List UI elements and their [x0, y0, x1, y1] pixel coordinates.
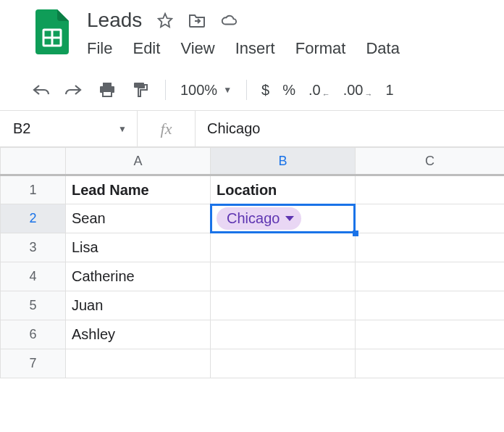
right-arrow-icon: → — [364, 90, 372, 99]
cell-b5[interactable] — [211, 291, 356, 320]
column-header-c[interactable]: C — [356, 148, 505, 175]
cell-a7[interactable] — [66, 349, 211, 378]
cell-c4[interactable] — [356, 262, 505, 291]
svg-rect-4 — [103, 83, 112, 86]
spreadsheet-grid[interactable]: A B C 1 Lead Name Location 2 Sean Chicag… — [0, 147, 504, 378]
menu-insert[interactable]: Insert — [235, 39, 275, 58]
cell-c1[interactable] — [356, 175, 505, 204]
cell-c5[interactable] — [356, 291, 505, 320]
cell-a6[interactable]: Ashley — [66, 320, 211, 349]
toolbar: 100% ▼ $ % .0← .00→ 1 — [0, 70, 504, 110]
redo-button[interactable] — [64, 80, 84, 100]
format-as-currency-button[interactable]: $ — [261, 82, 269, 99]
chip-label: Chicago — [227, 210, 280, 227]
cell-c3[interactable] — [356, 233, 505, 262]
zoom-value: 100% — [180, 82, 217, 99]
paint-format-button[interactable] — [130, 80, 151, 100]
chevron-down-icon — [285, 216, 294, 221]
fill-handle[interactable] — [353, 230, 358, 236]
cell-b7[interactable] — [211, 349, 356, 378]
select-all-corner[interactable] — [1, 148, 66, 175]
format-as-percent-button[interactable]: % — [282, 82, 295, 99]
doc-title[interactable]: Leads — [87, 9, 142, 32]
title-row: Leads — [87, 9, 400, 32]
menubar: File Edit View Insert Format Data — [87, 39, 400, 58]
row-header-5[interactable]: 5 — [1, 291, 66, 320]
name-box[interactable]: B2 ▼ — [0, 111, 138, 146]
active-cell-ref: B2 — [13, 120, 30, 137]
fx-icon: fx — [138, 111, 196, 146]
zoom-dropdown[interactable]: 100% ▼ — [180, 82, 232, 99]
cell-a5[interactable]: Juan — [66, 291, 211, 320]
column-header-b[interactable]: B — [211, 148, 356, 175]
cell-a2[interactable]: Sean — [66, 204, 211, 233]
titlebar: Leads File Edit View Insert Format Data — [0, 0, 504, 58]
row-header-3[interactable]: 3 — [1, 233, 66, 262]
cell-b1[interactable]: Location — [211, 175, 356, 204]
row-header-2[interactable]: 2 — [1, 204, 66, 233]
cell-b4[interactable] — [211, 262, 356, 291]
undo-button[interactable] — [30, 80, 51, 100]
star-icon[interactable] — [156, 12, 174, 29]
menu-data[interactable]: Data — [366, 39, 399, 58]
increase-decimal-button[interactable]: .00→ — [343, 82, 373, 99]
cell-b2[interactable]: Chicago — [211, 204, 356, 233]
cell-a1[interactable]: Lead Name — [66, 175, 211, 204]
decrease-decimal-button[interactable]: .0← — [308, 82, 330, 99]
cell-a4[interactable]: Catherine — [66, 262, 211, 291]
cell-a3[interactable]: Lisa — [66, 233, 211, 262]
row-header-7[interactable]: 7 — [1, 349, 66, 378]
svg-marker-3 — [159, 14, 172, 27]
more-formats-button[interactable]: 1 — [385, 82, 393, 99]
chevron-down-icon: ▼ — [223, 85, 232, 95]
menu-edit[interactable]: Edit — [133, 39, 160, 58]
left-arrow-icon: ← — [322, 90, 330, 99]
toolbar-separator — [165, 80, 166, 100]
sheets-logo[interactable] — [35, 9, 70, 55]
toolbar-separator — [246, 80, 247, 100]
menu-format[interactable]: Format — [295, 39, 346, 58]
cell-b3[interactable] — [211, 233, 356, 262]
row-header-4[interactable]: 4 — [1, 262, 66, 291]
formula-bar: B2 ▼ fx Chicago — [0, 111, 504, 147]
chevron-down-icon: ▼ — [118, 124, 127, 134]
print-button[interactable] — [97, 80, 117, 100]
menu-view[interactable]: View — [180, 39, 214, 58]
move-to-folder-icon[interactable] — [188, 12, 206, 29]
cell-c7[interactable] — [356, 349, 505, 378]
svg-rect-7 — [134, 83, 144, 88]
column-header-a[interactable]: A — [66, 148, 211, 175]
menu-file[interactable]: File — [87, 39, 112, 58]
row-header-6[interactable]: 6 — [1, 320, 66, 349]
cell-b6[interactable] — [211, 320, 356, 349]
dropdown-chip[interactable]: Chicago — [217, 207, 301, 230]
cell-c6[interactable] — [356, 320, 505, 349]
cell-c2[interactable] — [356, 204, 505, 233]
cloud-status-icon[interactable] — [220, 12, 238, 29]
formula-input[interactable]: Chicago — [196, 120, 504, 137]
svg-rect-6 — [103, 91, 112, 96]
row-header-1[interactable]: 1 — [1, 175, 66, 204]
